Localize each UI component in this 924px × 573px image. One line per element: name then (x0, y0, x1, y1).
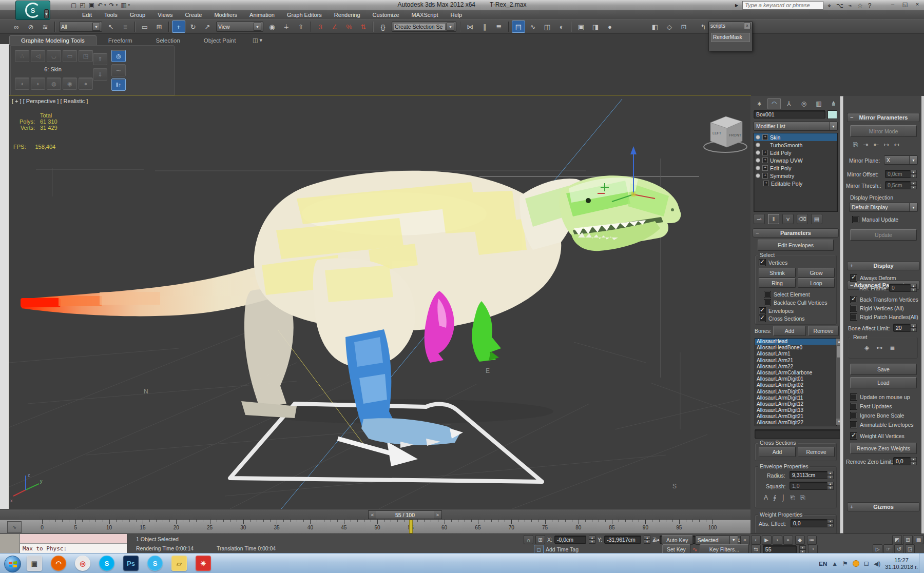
ref-frame-field[interactable]: 0 (889, 284, 913, 292)
layer-manager-icon[interactable]: ≣ (492, 21, 506, 33)
play-button[interactable]: ▶ (762, 536, 772, 545)
taskbar-app-chrome[interactable]: ◎ (75, 556, 90, 571)
ribbon-tab-freeform[interactable]: Freeform (97, 35, 144, 45)
track-bar[interactable]: ∿ 05101520253035404550556065707580859095… (0, 519, 750, 535)
minimize-button[interactable]: – (889, 1, 896, 8)
track-bar-ruler[interactable]: 0510152025303540455055606570758085909510… (0, 520, 750, 534)
time-slider-track[interactable]: < 55 / 100 > (0, 509, 750, 520)
viewcube[interactable]: LEFT FRONT (704, 116, 747, 152)
remove-cross-section-button[interactable]: Remove (798, 447, 835, 457)
y-coordinate-field[interactable]: -31,9617cm (604, 536, 641, 544)
close-icon[interactable]: x (744, 23, 750, 29)
fast-updates-checkbox[interactable]: Fast Updates (850, 403, 892, 410)
align-icon[interactable]: ∥ (478, 21, 491, 33)
select-by-name-icon[interactable]: ≡ (119, 21, 132, 33)
chevron-down-icon[interactable]: ▼ (254, 23, 261, 31)
grow-button[interactable]: Grow (798, 268, 835, 278)
mirror-offset-field[interactable]: 0,0cm (885, 170, 913, 178)
close-button[interactable]: × (914, 1, 921, 8)
search-input[interactable]: Type a keyword or phrase (742, 1, 823, 10)
pin-stack-toggle-icon[interactable]: ⊸ (111, 64, 126, 76)
vertices-checkbox[interactable]: Vertices (759, 259, 787, 266)
loop-button[interactable]: Loop (798, 278, 835, 288)
modifier-row-edit-poly[interactable]: +Edit Poly (754, 149, 837, 156)
subscription-key-icon[interactable]: ⌥ (836, 2, 843, 9)
load-envelopes-button[interactable]: Load (850, 377, 917, 388)
modifier-stack[interactable]: +SkinTurboSmooth+Edit Poly+Unwrap UVW+Ed… (754, 133, 838, 212)
bone-item[interactable]: AllosaurLArm22 (755, 364, 836, 370)
field-of-view-icon[interactable]: ▷ (873, 544, 882, 554)
named-selection-set-dropdown[interactable]: Create Selection Se▼ (392, 22, 456, 32)
bone-item[interactable]: AllosaurLArm1 (755, 351, 836, 357)
ignore-bone-scale-checkbox[interactable]: Ignore Bone Scale (850, 412, 904, 419)
menu-customize[interactable]: Customize (367, 10, 406, 19)
expand-icon[interactable]: + (763, 181, 769, 186)
bone-item[interactable]: AllosaurHead (755, 339, 836, 345)
ref-frame-spinner[interactable]: ▲▼ (910, 284, 917, 292)
menu-help[interactable]: Help (445, 10, 469, 19)
pan-hand-icon[interactable]: ☞ (883, 544, 893, 554)
ribbon-tab-selection[interactable]: Selection (144, 35, 191, 45)
tab-display[interactable]: ▥ (812, 98, 825, 109)
orbit-icon[interactable]: ↺ (894, 544, 904, 554)
save-envelopes-button[interactable]: Save (850, 364, 917, 375)
ring-button[interactable]: Ring (759, 278, 796, 288)
abs-effect-spinner[interactable]: ▲▼ (827, 519, 834, 527)
listener-grip[interactable] (0, 534, 20, 554)
keyboard-shortcut-override-icon[interactable]: ⇧ (294, 21, 307, 33)
snap-toggle-3d-icon[interactable]: 3 (314, 21, 327, 33)
select-and-manipulate-icon[interactable]: ∔ (280, 21, 293, 33)
chevron-down-icon[interactable]: ▾ (128, 3, 130, 7)
parameters-rollout[interactable]: −Parameters (753, 228, 839, 238)
taskbar-app-firefox[interactable]: ◠ (51, 556, 66, 571)
open-file-icon[interactable]: ◰ (80, 2, 85, 9)
x-spinner[interactable]: ▲▼ (589, 536, 595, 544)
radius-spinner[interactable]: ▲▼ (827, 471, 834, 479)
taskbar-app-photo-viewer[interactable]: ▣ (27, 556, 42, 571)
squash-field[interactable]: 1,0 (790, 482, 830, 490)
application-menu-button[interactable]: S ▼ (15, 1, 50, 20)
tab-utilities[interactable]: ⋔ (827, 98, 840, 109)
previous-frame-arrow[interactable]: < (369, 511, 376, 519)
select-and-scale-icon[interactable]: ↗ (201, 21, 214, 33)
menu-group[interactable]: Group (124, 10, 152, 19)
scripts-window-titlebar[interactable]: scripts x (709, 22, 752, 30)
remove-zero-limit-spinner[interactable]: ▲▼ (910, 457, 917, 465)
menu-graph-editors[interactable]: Graph Editors (281, 10, 328, 19)
ribbon-config-icon[interactable]: ◫ ▾ (253, 37, 262, 44)
mirror-panel-scrollbar[interactable] (921, 96, 924, 534)
volume-icon[interactable]: ◀) (874, 560, 880, 567)
modifier-row-turbosmooth[interactable]: TurboSmooth (754, 141, 837, 149)
ribbon-tool-button-2[interactable]: ◁ (31, 50, 45, 62)
window-crossing-icon[interactable]: ⊞ (152, 21, 166, 33)
percent-snap-icon[interactable]: % (342, 21, 356, 33)
menu-create[interactable]: Create (179, 10, 208, 19)
undo-icon[interactable]: ↶ (98, 2, 103, 9)
rendermask-script-item[interactable]: RenderMask (711, 33, 750, 42)
next-modifier-icon[interactable]: ⇓ (93, 68, 107, 81)
update-on-mouse-up-checkbox[interactable]: Update on mouse up (850, 393, 910, 401)
exclude-vertices-icon[interactable]: ∮ (773, 494, 776, 501)
mirror-plane-dropdown[interactable]: X▼ (884, 155, 918, 165)
expand-icon[interactable]: + (762, 134, 768, 140)
add-time-tag[interactable]: Add Time Tag (546, 546, 579, 552)
bone-item[interactable]: AllosaurLArmDigit13 (755, 407, 836, 413)
chevron-down-icon[interactable]: ▾ (116, 3, 118, 7)
maximize-viewport-toggle-icon[interactable]: ◲ (905, 544, 915, 554)
back-transform-vertices-checkbox[interactable]: Back Transform Vertices (850, 296, 918, 303)
object-color-swatch[interactable] (827, 110, 837, 119)
viewport-label[interactable]: [ + ] [ Perspective ] [ Realistic ] (12, 98, 88, 104)
show-desktop-button[interactable] (919, 554, 924, 573)
object-name-field[interactable]: Box001 (754, 110, 825, 118)
edit-envelopes-button[interactable]: Edit Envelopes (758, 240, 834, 251)
add-bone-button[interactable]: Add (773, 326, 806, 336)
bone-affect-limit-spinner[interactable]: ▲▼ (910, 324, 917, 332)
expand-icon[interactable]: + (762, 150, 768, 155)
ribbon-tool-button-3[interactable]: ◡ (47, 50, 61, 62)
bone-search-field[interactable] (755, 429, 841, 439)
modifier-row-skin[interactable]: +Skin (754, 133, 837, 141)
selection-lock-icon[interactable]: ∩ (524, 535, 533, 544)
tab-create[interactable]: ∗ (753, 98, 766, 109)
modifier-row-symmetry[interactable]: +Symmetry (754, 172, 837, 180)
cross-sections-checkbox[interactable]: Cross Sections (759, 315, 805, 322)
